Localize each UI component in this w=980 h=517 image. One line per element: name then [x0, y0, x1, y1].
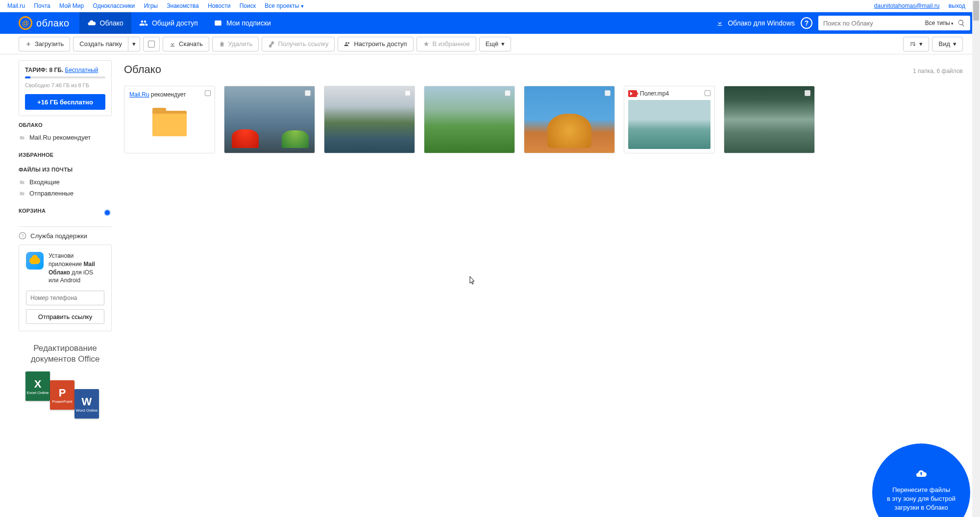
get-link-button[interactable]: Получить ссылку [262, 37, 335, 51]
top-link-mymir[interactable]: Мой Мир [59, 2, 84, 9]
top-link-news[interactable]: Новости [208, 2, 230, 9]
sort-button[interactable]: ▾ [903, 37, 929, 51]
select-all-checkbox[interactable] [143, 37, 160, 51]
create-folder-dropdown[interactable]: ▾ [128, 37, 140, 51]
sidebar: ТАРИФ: 8 ГБ. Бесплатный Свободно 7.46 ГБ… [19, 54, 112, 426]
create-folder-button[interactable]: Создать папку [73, 37, 128, 51]
download-icon [169, 41, 176, 48]
logout-link[interactable]: выход [949, 2, 965, 9]
toolbar: Загрузить Создать папку ▾ Скачать Удалит… [0, 34, 980, 54]
delete-button[interactable]: Удалить [212, 37, 259, 51]
powerpoint-tile[interactable]: PPowerPoint [50, 380, 74, 410]
top-link-all-projects[interactable]: Все проекты▼ [265, 2, 304, 9]
upload-button[interactable]: Загрузить [19, 37, 70, 51]
storage-progress [25, 76, 105, 78]
cloud-icon [87, 19, 96, 27]
tile-checkbox[interactable] [605, 90, 611, 96]
tile-checkbox[interactable] [405, 90, 411, 96]
search-icon[interactable] [957, 19, 965, 27]
top-link-mail[interactable]: Почта [34, 2, 50, 9]
top-link-ok[interactable]: Одноклассники [93, 2, 135, 9]
trash-indicator-dot [105, 210, 110, 215]
image-tile[interactable] [524, 86, 615, 153]
folder-icon [19, 135, 25, 141]
video-tile[interactable]: Полет.mp4 [624, 86, 715, 153]
image-tile[interactable] [424, 86, 515, 153]
mobile-app-promo: Установи приложение Mail Облако для iOS … [19, 245, 112, 331]
chevron-down-icon: ▾ [501, 40, 505, 48]
sidebar-item-inbox[interactable]: Входящие [19, 176, 112, 188]
logo[interactable]: @ облако [0, 16, 79, 30]
sidebar-item-sent[interactable]: Отправленные [19, 188, 112, 199]
search-filter-dropdown[interactable]: Все типы▾ [925, 20, 954, 26]
more-button[interactable]: Ещё ▾ [479, 37, 512, 51]
sidebar-heading-mailfiles: ФАЙЛЫ ИЗ ПОЧТЫ [19, 167, 112, 172]
card-icon [214, 19, 222, 27]
office-promo-title: Редактирование документов Office [19, 343, 112, 365]
word-tile[interactable]: WWord Online [74, 389, 99, 419]
item-count: 1 папка, 6 файлов [913, 68, 963, 74]
storage-text: Свободно 7.46 ГБ из 8 ГБ [25, 82, 105, 88]
top-link-games[interactable]: Игры [144, 2, 158, 9]
logo-text: облако [36, 18, 70, 29]
chevron-down-icon: ▾ [953, 40, 956, 48]
image-tile[interactable] [724, 86, 815, 153]
content-area: Облако 1 папка, 6 файлов Mail.Ru рекомен… [112, 54, 980, 426]
scrollbar[interactable] [972, 0, 980, 426]
folder-icon [152, 107, 187, 136]
tab-subscriptions[interactable]: Мои подписки [206, 12, 279, 34]
office-promo: Редактирование документов Office XExcel … [19, 337, 112, 426]
chevron-down-icon: ▾ [919, 40, 923, 48]
top-link-dating[interactable]: Знакомства [167, 2, 198, 9]
chevron-down-icon: ▼ [300, 4, 304, 9]
folder-tile-recommends[interactable]: Mail.Ru рекомендует [124, 86, 215, 153]
at-icon: @ [19, 16, 32, 30]
image-tile[interactable] [224, 86, 315, 153]
video-badge-icon [628, 90, 637, 97]
folder-icon [19, 191, 25, 197]
promo-storage-button[interactable]: +16 ГБ бесплатно [25, 94, 105, 110]
favorite-button[interactable]: В избранное [416, 37, 476, 51]
mailru-link[interactable]: Mail.Ru [129, 91, 149, 98]
send-link-button[interactable]: Отправить ссылку [26, 309, 104, 324]
tile-checkbox[interactable] [705, 90, 710, 96]
tile-checkbox[interactable] [505, 90, 511, 96]
view-button[interactable]: Вид ▾ [932, 37, 963, 51]
tile-checkbox[interactable] [305, 90, 311, 96]
tile-checkbox[interactable] [205, 90, 211, 96]
download-button[interactable]: Скачать [163, 37, 209, 51]
chevron-down-icon: ▾ [132, 40, 136, 48]
search-input[interactable] [823, 20, 925, 27]
link-icon [268, 41, 275, 48]
sidebar-heading-trash[interactable]: КОРЗИНА [19, 208, 46, 214]
page-title: Облако [124, 63, 161, 76]
excel-tile[interactable]: XExcel Online [25, 371, 50, 401]
phone-input[interactable] [26, 291, 104, 305]
download-icon [716, 19, 724, 27]
top-link-mailru[interactable]: Mail.ru [7, 2, 25, 9]
access-button[interactable]: Настроить доступ [338, 37, 413, 51]
tab-cloud[interactable]: Облако [79, 12, 131, 34]
app-header: @ облако Облако Общий доступ Мои подписк… [0, 12, 980, 34]
tariff-widget: ТАРИФ: 8 ГБ. Бесплатный Свободно 7.46 ГБ… [19, 60, 112, 116]
question-circle-icon: ? [19, 232, 26, 240]
people-icon [344, 41, 351, 48]
star-icon [423, 41, 430, 48]
tab-shared[interactable]: Общий доступ [131, 12, 206, 34]
tariff-free-link[interactable]: Бесплатный [65, 67, 98, 74]
top-link-search[interactable]: Поиск [240, 2, 256, 9]
support-link[interactable]: ? Служба поддержки [19, 226, 112, 245]
user-email-link[interactable]: daunitotahomas@mail.ru [874, 2, 940, 9]
sidebar-heading-cloud: ОБЛАКО [19, 122, 112, 128]
windows-app-link[interactable]: Облако для Windows [716, 19, 795, 27]
sidebar-item-recommends[interactable]: Mail.Ru рекомендует [19, 132, 112, 143]
image-tile[interactable] [324, 86, 415, 153]
video-filename: Полет.mp4 [640, 90, 669, 97]
people-icon [139, 19, 148, 27]
folder-icon [19, 179, 25, 185]
file-grid: Mail.Ru рекомендует Полет.mp4 [124, 86, 963, 153]
app-icon [26, 252, 44, 270]
portal-top-bar: Mail.ru Почта Мой Мир Одноклассники Игры… [0, 0, 980, 12]
tile-checkbox[interactable] [805, 90, 810, 96]
help-icon[interactable]: ? [801, 17, 812, 29]
